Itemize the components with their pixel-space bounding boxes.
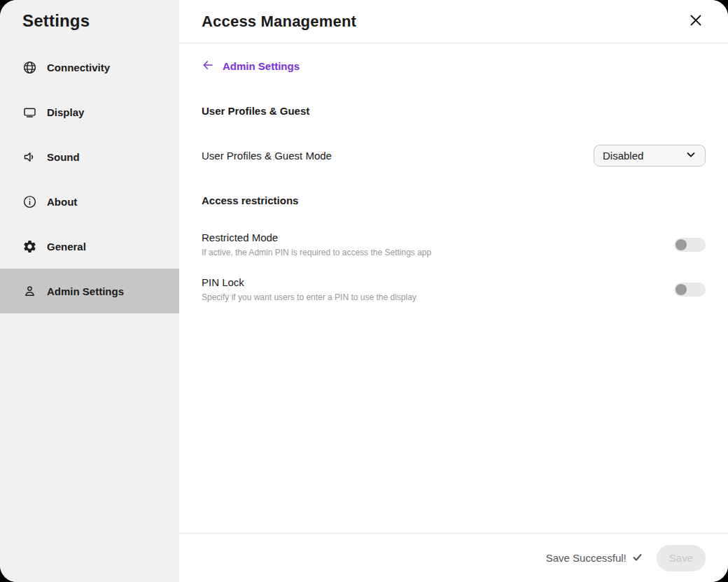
sidebar-item-connectivity[interactable]: Connectivity [0, 45, 179, 90]
sidebar-nav: Connectivity Display Sound About [0, 45, 179, 313]
setting-label: User Profiles & Guest Mode [202, 150, 332, 162]
user-profiles-guest-mode-row: User Profiles & Guest Mode Disabled [202, 133, 706, 178]
chevron-down-icon [685, 149, 696, 162]
sidebar-item-display[interactable]: Display [0, 90, 179, 134]
sidebar-item-label: Admin Settings [47, 285, 124, 297]
admin-user-icon [22, 284, 37, 299]
close-icon [690, 14, 702, 29]
pin-lock-toggle[interactable] [674, 283, 706, 297]
sidebar-item-admin-settings[interactable]: Admin Settings [0, 269, 179, 313]
sidebar-item-general[interactable]: General [0, 224, 179, 269]
save-button[interactable]: Save [657, 545, 706, 572]
back-link-label: Admin Settings [223, 60, 300, 72]
sidebar-item-sound[interactable]: Sound [0, 134, 179, 179]
section-heading-user-profiles: User Profiles & Guest [202, 105, 309, 117]
guest-mode-select[interactable]: Disabled [594, 145, 706, 166]
panel-footer: Save Successful! Save [179, 533, 728, 582]
gear-icon [22, 239, 37, 254]
save-status: Save Successful! [546, 552, 643, 565]
sidebar-item-label: General [47, 241, 86, 253]
arrow-left-icon [202, 59, 214, 73]
toggle-knob [676, 284, 687, 295]
select-value: Disabled [603, 150, 643, 162]
app-title: Settings [0, 0, 179, 45]
close-button[interactable] [686, 12, 706, 31]
setting-text: Restricted Mode If active, the Admin PIN… [202, 232, 431, 258]
check-icon [632, 552, 643, 565]
sidebar: Settings Connectivity Display Sound [0, 0, 179, 582]
save-status-text: Save Successful! [546, 552, 626, 564]
restricted-mode-row: Restricted Mode If active, the Admin PIN… [202, 222, 706, 267]
back-to-admin-settings-link[interactable]: Admin Settings [202, 59, 300, 73]
setting-label: Restricted Mode [202, 232, 431, 243]
panel-content: Admin Settings User Profiles & Guest Use… [179, 43, 728, 533]
sidebar-item-about[interactable]: About [0, 179, 179, 224]
sidebar-item-label: Sound [47, 151, 80, 163]
access-management-panel: Access Management Admin Settings User Pr… [179, 0, 728, 582]
page-title: Access Management [202, 13, 356, 31]
settings-window: Settings Connectivity Display Sound [0, 0, 728, 582]
sidebar-item-label: About [47, 196, 77, 208]
setting-text: PIN Lock Specify if you want users to en… [202, 276, 416, 303]
speaker-icon [22, 150, 37, 164]
section-heading-access-restrictions: Access restrictions [202, 194, 298, 206]
globe-icon [22, 60, 37, 75]
sidebar-item-label: Connectivity [47, 62, 110, 73]
display-icon [22, 105, 37, 120]
panel-header: Access Management [179, 0, 728, 43]
setting-label: PIN Lock [202, 276, 416, 288]
sidebar-item-label: Display [47, 106, 84, 118]
pin-lock-row: PIN Lock Specify if you want users to en… [202, 267, 706, 312]
info-icon [22, 194, 37, 209]
toggle-knob [676, 239, 687, 250]
restricted-mode-toggle[interactable] [674, 238, 706, 252]
setting-description: Specify if you want users to enter a PIN… [202, 292, 416, 302]
setting-description: If active, the Admin PIN is required to … [202, 248, 431, 257]
